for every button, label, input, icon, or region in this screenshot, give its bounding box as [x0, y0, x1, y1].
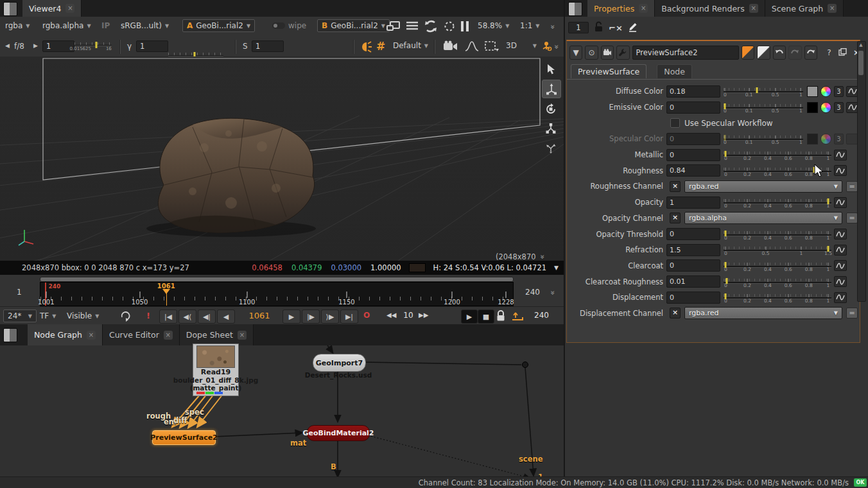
record-button[interactable]: O — [363, 311, 370, 320]
viewer-process-dropdown[interactable]: sRGB...ult)▼ — [121, 21, 169, 30]
curve-editor-button[interactable] — [834, 245, 847, 256]
tab-node[interactable]: Node — [657, 64, 692, 78]
tab-dope-sheet[interactable]: Dope Sheet× — [180, 324, 254, 345]
channel-dropdown[interactable]: rgba.red▼ — [684, 307, 842, 319]
toolbar-expand-icon[interactable]: » — [548, 24, 557, 28]
gamma-input[interactable]: 1 — [136, 40, 168, 52]
monitor-output-icon[interactable] — [386, 21, 401, 34]
status-dropdown-icon[interactable]: ▼ — [554, 265, 559, 271]
param-input[interactable]: 0.84 — [666, 164, 720, 177]
rotate-tool[interactable] — [542, 100, 560, 118]
current-frame[interactable]: 1061 — [241, 311, 277, 320]
gl-color-button[interactable] — [757, 46, 770, 60]
input-a-dropdown[interactable]: A GeoBi...rial2▼ — [182, 19, 255, 32]
wipe-dropdown[interactable]: wipe — [272, 21, 306, 30]
zoom-level-dropdown[interactable]: 58.8%▼ — [478, 21, 509, 30]
timeline-scrollbar[interactable] — [40, 277, 514, 282]
node-previewsurface2[interactable]: PreviewSurface2 — [152, 430, 216, 445]
range-end[interactable]: 240 — [525, 288, 540, 297]
redo-disabled-button[interactable] — [788, 46, 801, 60]
clear-channel-button[interactable]: × — [670, 308, 681, 318]
param-slider[interactable]: 00.10.51 — [724, 101, 803, 113]
lut-dropdown[interactable]: Default▼ — [393, 41, 428, 50]
view-mode-dropdown[interactable]: 3D▼ — [506, 41, 537, 50]
next-keyframe-button[interactable]: ⟩▶ — [321, 309, 339, 324]
stack-lines-icon[interactable] — [406, 21, 419, 34]
input-b-dropdown[interactable]: B GeoBi...rial2▼ — [317, 19, 390, 32]
alpha-layer-dropdown[interactable]: rgba.alpha▼ — [42, 21, 91, 30]
visibility-dropdown[interactable]: Visible▼ — [67, 311, 99, 320]
goto-end-button[interactable]: ▶| — [340, 309, 358, 324]
center-node-button[interactable]: ⊙ — [585, 46, 598, 60]
node-color-button[interactable] — [742, 46, 754, 60]
step-forward-button[interactable]: |▶ — [302, 309, 320, 324]
param-input[interactable]: 0 — [666, 101, 720, 114]
param-slider[interactable]: 00.10.51 — [724, 85, 803, 97]
color-swatch[interactable] — [807, 102, 818, 113]
max-panels-input[interactable]: 1 — [568, 22, 589, 33]
lock-icon[interactable] — [594, 21, 603, 34]
undo-button[interactable] — [773, 46, 786, 60]
close-all-panels-icon[interactable]: ⌐× — [609, 23, 623, 33]
viewport-3d[interactable]: Y Z X (2048x870 » — [0, 57, 564, 261]
equals-button[interactable]: = — [846, 181, 858, 192]
curve-editor-button[interactable] — [834, 150, 847, 161]
jump-forward-icon[interactable]: ▶▶ — [419, 311, 428, 318]
timeline-expand-icon[interactable]: » — [548, 290, 557, 293]
equals-button[interactable]: = — [846, 213, 858, 223]
close-icon[interactable]: × — [749, 4, 758, 13]
toolbar2-expand-icon[interactable]: » — [552, 44, 561, 48]
param-input[interactable]: 0 — [666, 259, 720, 272]
node-geoimport7[interactable]: GeoImport7 — [313, 354, 366, 372]
param-input[interactable]: 1.5 — [666, 244, 720, 256]
fps-dropdown[interactable]: 24*▼ — [3, 309, 37, 322]
jump-back-icon[interactable]: ◀◀ — [386, 311, 396, 318]
panel-menu-button[interactable]: ▼ — [569, 46, 582, 60]
tab-properties[interactable]: Properties× — [587, 0, 655, 17]
tab-node-graph[interactable]: Node Graph× — [28, 324, 103, 345]
color-wheel-icon[interactable] — [820, 134, 831, 144]
color-wheel-icon[interactable] — [820, 86, 831, 97]
curve-editor-button[interactable] — [834, 260, 847, 271]
component-count-button[interactable]: 3 — [834, 102, 844, 113]
equals-button[interactable]: = — [846, 308, 858, 318]
component-count-button[interactable]: 3 — [834, 86, 844, 97]
component-count-button[interactable]: 3 — [834, 134, 844, 144]
saturation-input[interactable]: 1 — [252, 40, 284, 52]
grid-snap-icon[interactable]: # — [376, 40, 385, 53]
tab-curve-editor[interactable]: Curve Editor× — [103, 324, 180, 345]
tf-dropdown[interactable]: TF▼ — [40, 311, 56, 320]
curve-editor-button[interactable] — [834, 165, 847, 176]
timeline-track[interactable]: 240 1061 100110501100115012001228 — [40, 282, 514, 306]
tab-viewer4[interactable]: Viewer4 × — [22, 0, 82, 17]
channel-layer-dropdown[interactable]: rgba▼ — [5, 21, 30, 30]
color-swatch[interactable] — [807, 86, 818, 97]
close-icon[interactable]: × — [639, 4, 648, 13]
step-back-button[interactable]: ◀| — [198, 309, 216, 324]
playhead-handle[interactable] — [162, 289, 170, 294]
roi-icon[interactable] — [443, 20, 456, 35]
headlamp-icon[interactable] — [358, 40, 372, 56]
camera-icon[interactable] — [443, 40, 458, 54]
checkbox[interactable] — [670, 118, 680, 128]
help-icon[interactable]: ? — [825, 48, 833, 57]
param-input[interactable]: 0.18 — [666, 85, 720, 98]
param-slider[interactable]: 00.20.40.60.81 — [724, 260, 831, 272]
sync-icon[interactable] — [424, 19, 438, 35]
warning-button[interactable]: ! — [146, 311, 150, 320]
node-name-field[interactable]: PreviewSurface2 — [632, 46, 740, 60]
pixel-aspect-dropdown[interactable]: 1:1▼ — [520, 21, 539, 30]
channel-dropdown[interactable]: rgba.alpha▼ — [684, 212, 842, 224]
properties-scrollbar[interactable]: ▲ — [857, 41, 866, 302]
param-slider[interactable]: 00.20.40.60.81 — [724, 229, 831, 240]
close-icon[interactable]: × — [828, 4, 837, 13]
param-input[interactable]: 1 — [666, 196, 720, 209]
play-backward-button[interactable]: ◀ — [217, 309, 235, 324]
close-icon[interactable]: × — [65, 4, 74, 13]
fstop-label[interactable]: f/8 — [14, 42, 24, 51]
stop-icon[interactable]: ■ — [478, 309, 494, 324]
input-process-toggle[interactable]: IP — [101, 21, 110, 30]
gain-slider[interactable]: 0.015625 16 — [74, 40, 112, 51]
param-slider[interactable]: 00.20.40.60.81 — [724, 149, 831, 161]
capture-button[interactable] — [601, 46, 614, 60]
